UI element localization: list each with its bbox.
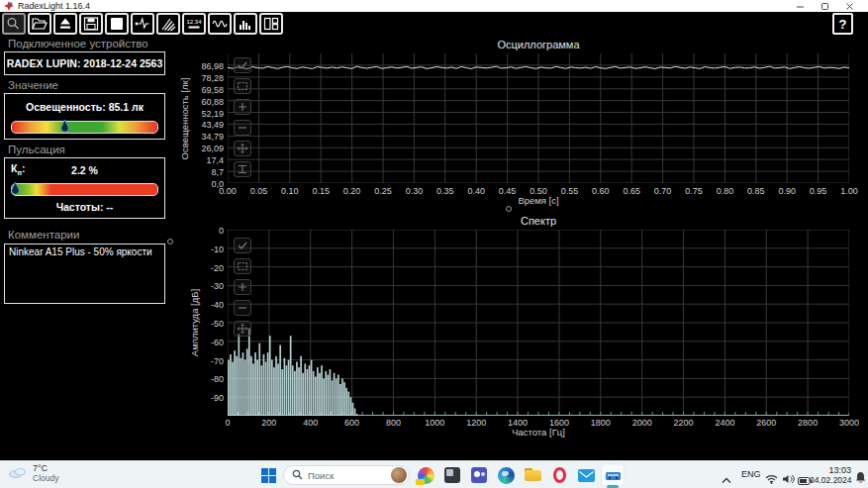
taskbar-app-explorer-icon[interactable] <box>522 464 543 486</box>
tick-label: 60,88 <box>201 97 224 107</box>
select-tool-button[interactable] <box>234 238 251 253</box>
tick-label: -20 <box>211 263 224 273</box>
tick-label: 52,19 <box>201 109 224 119</box>
window-title: RadexLight 1.16.4 <box>18 1 90 11</box>
tick-label: -10 <box>211 244 224 254</box>
screen: RadexLight 1.16.4 12.34 ? Подключенное у… <box>0 0 868 488</box>
search-highlight-avatar[interactable] <box>391 467 407 483</box>
oscillogram-x-axis-title: Время [с] <box>228 195 849 206</box>
zoom-in-tool-button[interactable] <box>234 99 251 115</box>
window-tool-button[interactable] <box>234 258 251 274</box>
kp-label: Кп: <box>11 162 25 177</box>
svg-text:12.34: 12.34 <box>186 19 202 25</box>
taskbar-app-mail-icon[interactable] <box>575 464 597 486</box>
taskbar-app-opera-icon[interactable] <box>548 464 570 486</box>
tick-label: -30 <box>211 281 224 291</box>
stop-button[interactable] <box>105 13 129 35</box>
window-titlebar: RadexLight 1.16.4 <box>0 0 868 12</box>
weather-temp: 7°C <box>33 463 58 473</box>
tick-label: -70 <box>211 356 224 366</box>
restore-button[interactable] <box>820 2 829 11</box>
pan-tool-button[interactable] <box>234 141 251 156</box>
toolbar: 12.34 ? <box>0 12 868 35</box>
pulsation-section-header: Пульсация <box>8 144 65 155</box>
waveform-view-button[interactable] <box>208 13 232 35</box>
axis-tool-button[interactable] <box>234 161 251 177</box>
oscillogram-title: Осциллограмма <box>228 39 849 50</box>
taskbar-app-radexlight-icon[interactable] <box>602 464 624 486</box>
spectrum-y-tick-labels: 0-10-20-30-40-50-60-70-80-90 <box>186 230 224 416</box>
illuminance-gauge <box>11 121 158 134</box>
tick-label: 43,49 <box>201 120 224 130</box>
kp-value: 2.2 % <box>5 164 164 176</box>
numeric-display-button[interactable]: 12.34 <box>182 13 206 35</box>
taskbar-app-photos-icon[interactable] <box>441 464 463 486</box>
pan-tool-button[interactable] <box>234 321 251 337</box>
tray-language[interactable]: ENG <box>741 469 761 479</box>
tick-label: 69,58 <box>201 85 224 95</box>
select-tool-button[interactable] <box>234 57 251 73</box>
eject-button[interactable] <box>53 13 77 35</box>
tick-label: 0 <box>219 226 224 236</box>
help-button[interactable]: ? <box>832 13 853 35</box>
pulsation-gauge-marker <box>11 182 20 200</box>
taskbar-app-edge-icon[interactable] <box>495 464 517 486</box>
zoom-out-tool-button[interactable] <box>234 120 251 136</box>
comments-textarea[interactable]: Ninkear A15 Plus - 50% яркости <box>4 244 165 304</box>
spectrum-tools <box>234 238 251 342</box>
tick-label: 8,7 <box>211 167 224 177</box>
tick-label: -50 <box>211 319 224 329</box>
brush-fan-button[interactable] <box>156 13 180 35</box>
value-section-header: Значение <box>8 79 58 91</box>
taskbar-app-teams-icon[interactable] <box>468 464 490 486</box>
device-name: RADEX LUPIN: 2018-12-24 2563 <box>7 57 163 69</box>
search-icon <box>292 466 303 484</box>
pulsation-gauge <box>11 183 158 196</box>
tick-label: 78,28 <box>201 73 224 83</box>
wifi-icon[interactable] <box>765 470 778 488</box>
tick-label: -80 <box>211 374 224 384</box>
taskbar-weather-widget[interactable]: 7°C Cloudy <box>8 463 58 483</box>
spectrum-view-button[interactable] <box>234 13 257 35</box>
spectrum-title: Спектр <box>228 215 849 227</box>
oscillogram-plot[interactable] <box>228 53 849 183</box>
search-box[interactable]: Поиск <box>283 465 410 485</box>
cloud-icon <box>8 464 28 482</box>
taskbar: 7°C Cloudy Поиск ENG 13:03 04.02.2024 <box>0 460 868 488</box>
zoom-in-tool-button[interactable] <box>234 279 251 295</box>
close-button[interactable] <box>845 2 854 11</box>
toolbar-buttons: 12.34 <box>2 13 285 35</box>
taskbar-app-paint-icon[interactable] <box>415 464 436 486</box>
notification-bell-icon[interactable] <box>855 469 866 487</box>
tray-chevron-up-icon[interactable] <box>722 470 731 488</box>
tick-label: 86,98 <box>201 61 224 71</box>
tick-label: 17,4 <box>206 155 224 165</box>
tick-label: -90 <box>211 393 224 403</box>
device-section-header: Подключенное устройство <box>8 38 148 49</box>
minimize-button[interactable] <box>796 2 805 11</box>
oscillogram-y-tick-labels: 86,9878,2869,5860,8852,1943,4934,7926,09… <box>186 53 224 183</box>
speaker-icon[interactable] <box>782 470 795 488</box>
zoom-out-tool-button[interactable] <box>234 300 251 316</box>
spectrum-plot[interactable] <box>228 230 849 416</box>
frequencies-label: Частоты: -- <box>5 201 164 213</box>
start-button[interactable] <box>261 468 276 487</box>
comments-section-header: Комментарии <box>8 229 79 241</box>
illuminance-reading: Освещенность: 85.1 лк <box>5 101 164 113</box>
search-placeholder: Поиск <box>308 470 334 481</box>
pulse-trace-button[interactable] <box>131 13 154 35</box>
chart-splitter-handle[interactable] <box>506 206 512 212</box>
magnifier-button[interactable] <box>2 13 26 35</box>
tray-clock[interactable]: 13:03 04.02.2024 <box>810 465 851 485</box>
taskbar-apps <box>415 464 624 486</box>
open-folder-button[interactable] <box>28 13 51 35</box>
tick-label: 26,09 <box>201 144 224 153</box>
comments-resize-handle[interactable] <box>167 239 173 244</box>
layout-columns-button[interactable] <box>259 13 283 35</box>
save-button[interactable] <box>79 13 103 35</box>
device-name-box: RADEX LUPIN: 2018-12-24 2563 <box>4 51 165 75</box>
tray-date: 04.02.2024 <box>810 475 851 485</box>
weather-condition: Cloudy <box>33 473 58 483</box>
spectrum-x-axis-title: Частота [Гц] <box>228 427 849 438</box>
window-tool-button[interactable] <box>234 78 251 94</box>
